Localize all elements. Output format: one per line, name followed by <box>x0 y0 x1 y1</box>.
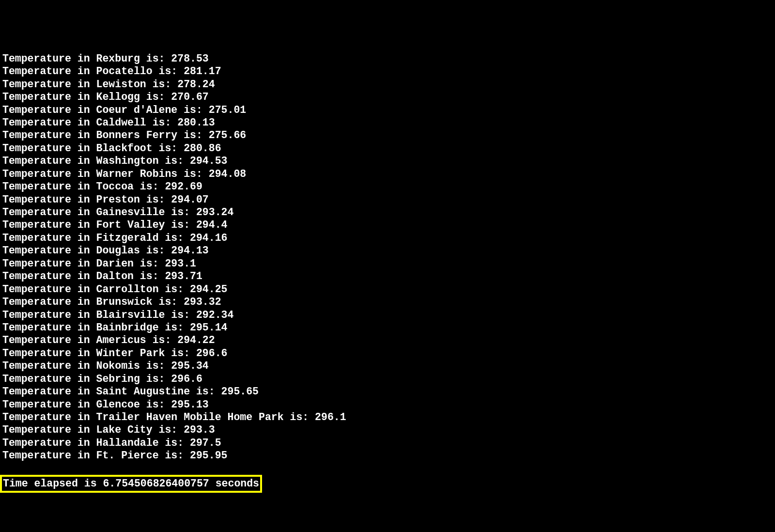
temperature-line: Temperature in Americus is: 294.22 <box>2 334 773 346</box>
temperature-line: Temperature in Caldwell is: 280.13 <box>2 116 773 129</box>
temperature-line: Temperature in Kellogg is: 270.67 <box>2 91 773 103</box>
temperature-line: Temperature in Gainesville is: 293.24 <box>2 206 773 219</box>
temperature-line: Temperature in Douglas is: 294.13 <box>2 244 773 257</box>
temperature-line: Temperature in Fitzgerald is: 294.16 <box>2 232 773 244</box>
temperature-line: Temperature in Pocatello is: 281.17 <box>2 65 773 78</box>
temperature-line: Temperature in Saint Augustine is: 295.6… <box>2 385 773 398</box>
temperature-line: Temperature in Ft. Pierce is: 295.95 <box>2 449 773 462</box>
temperature-line: Temperature in Bonners Ferry is: 275.66 <box>2 129 773 141</box>
temperature-line: Temperature in Hallandale is: 297.5 <box>2 437 773 449</box>
temperature-line: Temperature in Fort Valley is: 294.4 <box>2 219 773 231</box>
temperature-line: Temperature in Preston is: 294.07 <box>2 193 773 206</box>
temperature-line: Temperature in Trailer Haven Mobile Home… <box>2 411 773 423</box>
temperature-line: Temperature in Nokomis is: 295.34 <box>2 360 773 372</box>
time-elapsed-line: Time elapsed is 6.754506826400757 second… <box>0 475 262 492</box>
temperature-line: Temperature in Washington is: 294.53 <box>2 155 773 167</box>
temperature-line: Temperature in Warner Robins is: 294.08 <box>2 168 773 180</box>
temperature-line: Temperature in Winter Park is: 296.6 <box>2 347 773 360</box>
terminal-output: Temperature in Rexburg is: 278.53Tempera… <box>2 52 773 493</box>
temperature-line: Temperature in Darien is: 293.1 <box>2 257 773 270</box>
temperature-line: Temperature in Bainbridge is: 295.14 <box>2 321 773 334</box>
temperature-line: Temperature in Sebring is: 296.6 <box>2 373 773 385</box>
temperature-line: Temperature in Blairsville is: 292.34 <box>2 309 773 321</box>
temperature-line: Temperature in Glencoe is: 295.13 <box>2 398 773 411</box>
temperature-line: Temperature in Carrollton is: 294.25 <box>2 283 773 296</box>
temperature-line: Temperature in Rexburg is: 278.53 <box>2 52 773 65</box>
temperature-line: Temperature in Lewiston is: 278.24 <box>2 78 773 91</box>
temperature-line: Temperature in Toccoa is: 292.69 <box>2 180 773 193</box>
temperature-line: Temperature in Dalton is: 293.71 <box>2 270 773 282</box>
temperature-line: Temperature in Coeur d'Alene is: 275.01 <box>2 104 773 116</box>
temperature-line: Temperature in Brunswick is: 293.32 <box>2 296 773 308</box>
temperature-line: Temperature in Lake City is: 293.3 <box>2 423 773 436</box>
temperature-line: Temperature in Blackfoot is: 280.86 <box>2 142 773 155</box>
blank-line <box>2 462 773 475</box>
